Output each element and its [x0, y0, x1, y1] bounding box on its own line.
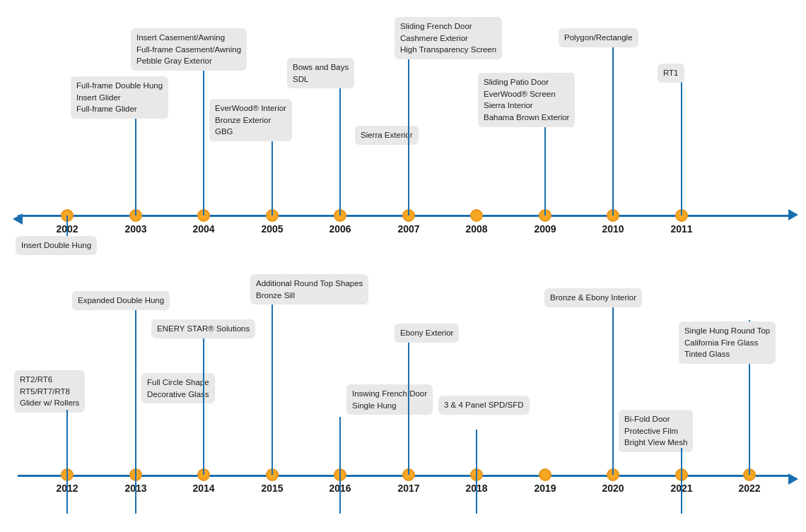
year-2008: 2008	[465, 223, 487, 235]
vert-2020-above	[612, 297, 614, 475]
year-2011: 2011	[670, 223, 692, 235]
vert-2014-above	[203, 332, 204, 475]
label-energy-star: ENERY STAR® Solutions	[151, 319, 255, 338]
timeline2-arrow-right	[788, 473, 798, 485]
vert-2016-below	[339, 475, 341, 514]
vert-2002-below	[66, 215, 68, 237]
label-sliding-patio: Sliding Patio DoorEverWood® ScreenSierra…	[478, 73, 575, 127]
label-single-hung-round: Single Hung Round TopCalifornia Fire Gla…	[679, 321, 776, 364]
label-rt1: RT1	[658, 64, 684, 83]
vert-2018-below	[476, 475, 477, 514]
label-sliding-french: Sliding French DoorCashmere ExteriorHigh…	[395, 17, 502, 59]
vert-2007-sierra-above	[408, 150, 409, 215]
label-rt2-rt6: RT2/RT6RT5/RT7/RT8Glider w/ Rollers	[14, 370, 85, 413]
dot-2008	[470, 209, 483, 222]
vert-2017-above	[408, 336, 409, 475]
year-2020: 2020	[602, 483, 624, 494]
label-insert-casement: Insert Casement/AwningFull-frame Casemen…	[131, 28, 247, 71]
vert-2011-above	[681, 76, 682, 215]
year-2006: 2006	[329, 223, 351, 235]
label-3-4-panel: 3 & 4 Panel SPD/SFD	[438, 396, 530, 415]
vert-2021-below-long	[681, 448, 682, 475]
vert-2010-above	[612, 42, 614, 215]
year-2010: 2010	[602, 223, 624, 235]
year-2004: 2004	[192, 223, 214, 235]
label-polygon: Polygon/Rectangle	[559, 28, 638, 47]
vert-2012-below-long	[66, 410, 68, 475]
vert-2013-below-long	[135, 407, 136, 475]
year-2017: 2017	[397, 483, 419, 494]
year-2019: 2019	[534, 483, 556, 494]
label-fullframe-double-hung: Full-frame Double HungInsert GliderFull-…	[71, 76, 168, 119]
vert-2006-above	[339, 83, 341, 215]
label-ebony-exterior: Ebony Exterior	[395, 324, 459, 343]
year-2003: 2003	[124, 223, 146, 235]
vert-2003-above	[135, 102, 136, 215]
year-2005: 2005	[261, 223, 283, 235]
dot-2019	[539, 468, 551, 481]
vert-2021-below	[681, 475, 682, 514]
vert-2018-below-long	[476, 430, 477, 475]
vert-2016-below-long	[339, 417, 341, 475]
vert-2013-below	[135, 475, 136, 514]
year-2015: 2015	[261, 483, 283, 494]
label-inswing-french: Inswing French DoorSingle Hung	[346, 384, 433, 415]
year-2007: 2007	[397, 223, 419, 235]
timeline1-arrow-right	[788, 209, 798, 220]
vert-2015-above	[271, 287, 273, 475]
year-2014: 2014	[192, 483, 214, 494]
year-2022: 2022	[738, 483, 760, 494]
label-insert-double-hung: Insert Double Hung	[16, 236, 97, 255]
label-bronze-ebony: Bronze & Ebony Interior	[544, 288, 642, 307]
vert-2004-above	[203, 55, 204, 215]
label-additional-round: Additional Round Top ShapesBronze Sill	[250, 274, 368, 305]
year-2009: 2009	[534, 223, 556, 235]
label-bows-bays: Bows and BaysSDL	[287, 58, 354, 88]
label-bifold: Bi-Fold DoorProtective FilmBright View M…	[619, 410, 693, 452]
label-everwood: EverWood® InteriorBronze ExteriorGBG	[209, 99, 292, 141]
label-expanded-double-hung: Expanded Double Hung	[72, 291, 170, 310]
vert-2012-below	[66, 475, 68, 514]
